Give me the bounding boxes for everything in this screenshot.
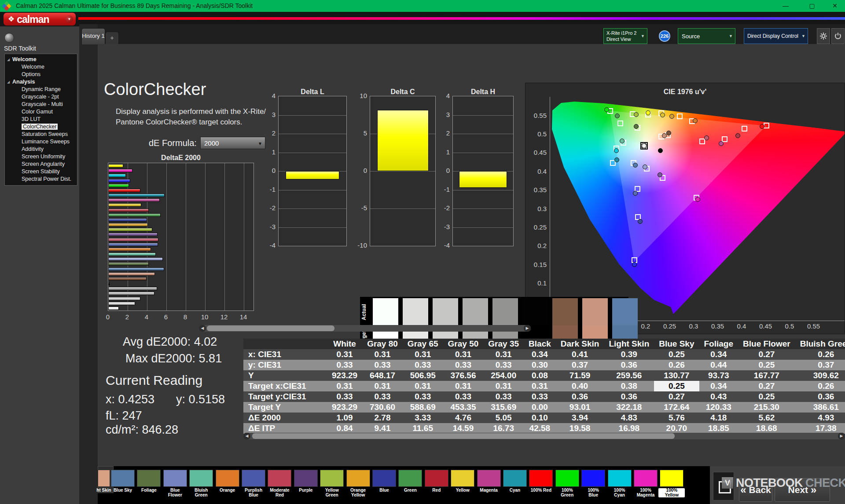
- color-tile-foliage[interactable]: [137, 470, 161, 487]
- sidebar-item-grayscale-2pt[interactable]: Grayscale - 2pt: [5, 93, 77, 101]
- actual-label: Actual: [361, 299, 367, 325]
- color-tile-100-green[interactable]: [555, 470, 579, 487]
- next-button[interactable]: Next »: [775, 478, 830, 502]
- minimize-button[interactable]: —: [779, 1, 792, 11]
- table-cell: 215.30: [738, 402, 795, 413]
- sidebar-item-welcome[interactable]: Welcome: [5, 63, 77, 71]
- color-tile-moderate-red[interactable]: [268, 470, 291, 487]
- sidebar-item-welcome[interactable]: ◢Welcome: [5, 56, 77, 63]
- sidebar-item-luminance-sweeps[interactable]: Luminance Sweeps: [5, 138, 77, 146]
- color-tile-purple[interactable]: [294, 470, 318, 487]
- meter-count-badge[interactable]: 226: [659, 30, 670, 42]
- color-tile-cyan[interactable]: [503, 470, 527, 487]
- color-tile-100-yellow[interactable]: [660, 470, 683, 487]
- display-control-selector[interactable]: Direct Display Control ▼: [744, 28, 808, 44]
- color-tile-bluish-green[interactable]: [189, 470, 213, 487]
- sidebar-item-screen-angularity[interactable]: Screen Angularity: [5, 161, 77, 168]
- sidebar-item-grayscale-multi[interactable]: Grayscale - Multi: [5, 101, 77, 108]
- sidebar-item-spectral-power-dist-[interactable]: Spectral Power Dist.: [5, 175, 77, 183]
- close-button[interactable]: ✕: [828, 1, 841, 11]
- sidebar-item-analysis[interactable]: ◢Analysis: [5, 78, 77, 86]
- sidebar-item-saturation-sweeps[interactable]: Saturation Sweeps: [5, 131, 77, 138]
- table-row: x: CIE310.310.310.310.310.310.340.410.39…: [243, 349, 845, 360]
- table-cell: 0.26: [795, 381, 845, 391]
- color-tile-yellow-green[interactable]: [320, 470, 344, 487]
- patch-strip-scrollbar[interactable]: ◀ ▶: [199, 325, 531, 332]
- meter-selector[interactable]: X-Rite i1Pro 2 Direct View ▼: [603, 28, 647, 44]
- sidebar-item-dynamic-range[interactable]: Dynamic Range: [5, 86, 77, 93]
- color-tile-100-cyan[interactable]: [608, 470, 632, 487]
- color-tile-magenta[interactable]: [477, 470, 501, 487]
- cie-point-100-red: [760, 124, 764, 129]
- deltae-chart: [108, 163, 254, 311]
- color-tile-100-magenta[interactable]: [634, 470, 658, 487]
- table-cell: 18.85: [699, 423, 738, 434]
- sidebar-item-label: Saturation Sweeps: [22, 131, 68, 137]
- back-button[interactable]: « Back: [739, 478, 772, 502]
- tree-expand-icon[interactable]: ◢: [7, 78, 10, 86]
- sidebar-item-additivity[interactable]: Additivity: [5, 146, 77, 153]
- maximize-button[interactable]: ▢: [805, 1, 819, 11]
- table-cell: 0.31: [362, 349, 403, 360]
- table-cell: 923.29: [327, 402, 362, 413]
- session-power-button[interactable]: [831, 28, 845, 44]
- scrollbar-thumb[interactable]: [207, 325, 334, 331]
- deltae-bar-blue-sky: [108, 267, 164, 271]
- color-tile-ht-skin[interactable]: [98, 470, 110, 487]
- scroll-right-icon[interactable]: ▶: [838, 433, 845, 439]
- color-tile-purplish-blue[interactable]: [242, 470, 265, 487]
- calman-menu-button[interactable]: ❖ calman ▼: [4, 13, 76, 26]
- sidebar-item-options[interactable]: Options: [5, 71, 77, 78]
- color-tile-yellow[interactable]: [451, 470, 474, 487]
- axis-tick-label: 0.55: [533, 112, 547, 119]
- meter-status-icon[interactable]: [4, 33, 14, 43]
- table-scrollbar[interactable]: ◀ ▶: [243, 433, 845, 439]
- settings-button[interactable]: [817, 28, 830, 44]
- tile-label: Blue: [371, 488, 397, 493]
- tree-expand-icon[interactable]: ◢: [7, 56, 10, 63]
- add-tab-button[interactable]: +: [105, 32, 119, 44]
- color-tile-red[interactable]: [425, 470, 448, 487]
- tab-history-1[interactable]: History 1: [81, 28, 105, 44]
- axis-tick-label: 0.25: [533, 223, 547, 231]
- source-selector[interactable]: Source ▼: [678, 28, 735, 44]
- pattern-window-button[interactable]: [713, 472, 734, 500]
- color-tile-green[interactable]: [398, 470, 422, 487]
- color-tile-blue-sky[interactable]: [111, 470, 135, 487]
- sidebar-item-3d-lut[interactable]: 3D LUT: [5, 116, 77, 123]
- scrollbar-thumb[interactable]: [252, 433, 675, 439]
- axis-tick-label: 0.3: [685, 322, 702, 330]
- sidebar-item-label: Luminance Sweeps: [22, 139, 70, 145]
- color-tile-100-blue[interactable]: [581, 470, 605, 487]
- patch-actual: [582, 298, 608, 325]
- row-label-y: Y: [243, 370, 327, 381]
- table-cell: 0.34: [699, 349, 738, 360]
- color-tile-100-red[interactable]: [529, 470, 553, 487]
- sidebar-item-label: Dynamic Range: [22, 86, 61, 92]
- patch-actual: [612, 298, 638, 325]
- sidebar-item-color-gamut[interactable]: Color Gamut: [5, 108, 77, 116]
- color-tile-orange[interactable]: [216, 470, 239, 487]
- sidebar-item-screen-uniformity[interactable]: Screen Uniformity: [5, 153, 77, 161]
- color-tile-blue[interactable]: [372, 470, 396, 487]
- deltae-bar-red: [108, 208, 149, 212]
- table-cell: 0.10: [524, 413, 556, 423]
- axis-tick-label: -3: [262, 223, 276, 230]
- axis-tick-label: 0: [262, 167, 276, 174]
- rainbow-divider: [78, 17, 845, 20]
- deltae-bar-black: [108, 282, 110, 285]
- patch-actual: [522, 298, 548, 325]
- gridline: [453, 208, 513, 209]
- color-tile-orange-yellow[interactable]: [346, 470, 370, 487]
- table-cell: 315.69: [483, 402, 524, 413]
- de-formula-select[interactable]: 2000 ▼: [200, 137, 265, 149]
- sidebar-item-screen-stability[interactable]: Screen Stability: [5, 168, 77, 175]
- sidebar-item-colorchecker[interactable]: ColorChecker: [5, 123, 77, 131]
- scroll-left-icon[interactable]: ◀: [243, 433, 250, 439]
- deltae-bar-green: [108, 213, 161, 217]
- axis-tick-label: 0.1: [533, 279, 547, 287]
- color-tile-blue-flower[interactable]: [163, 470, 187, 487]
- axis-tick-label: 0.35: [533, 186, 547, 194]
- scroll-right-icon[interactable]: ▶: [524, 325, 531, 332]
- scroll-left-icon[interactable]: ◀: [199, 325, 206, 332]
